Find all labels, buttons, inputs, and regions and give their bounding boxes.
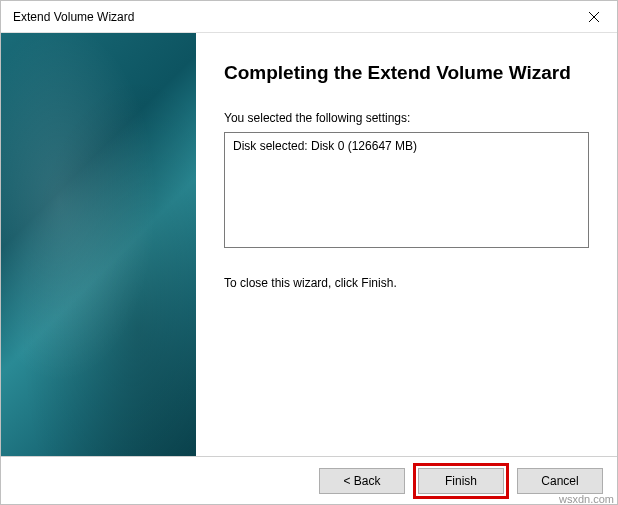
main-panel: Completing the Extend Volume Wizard You … — [196, 33, 617, 456]
settings-listbox[interactable]: Disk selected: Disk 0 (126647 MB) — [224, 132, 589, 248]
close-button[interactable] — [571, 1, 617, 33]
wizard-sidebar-graphic — [1, 33, 196, 456]
window-title: Extend Volume Wizard — [13, 10, 134, 24]
settings-item: Disk selected: Disk 0 (126647 MB) — [233, 139, 580, 153]
wizard-window: Extend Volume Wizard Completing the Exte… — [0, 0, 618, 505]
close-instruction: To close this wizard, click Finish. — [224, 276, 589, 290]
back-button[interactable]: < Back — [319, 468, 405, 494]
titlebar: Extend Volume Wizard — [1, 1, 617, 33]
button-row: < Back Finish Cancel — [1, 456, 617, 504]
wizard-heading: Completing the Extend Volume Wizard — [224, 61, 589, 85]
settings-label: You selected the following settings: — [224, 111, 589, 125]
content-area: Completing the Extend Volume Wizard You … — [1, 33, 617, 456]
cancel-button[interactable]: Cancel — [517, 468, 603, 494]
finish-highlight: Finish — [413, 463, 509, 499]
finish-button[interactable]: Finish — [418, 468, 504, 494]
close-icon — [589, 12, 599, 22]
